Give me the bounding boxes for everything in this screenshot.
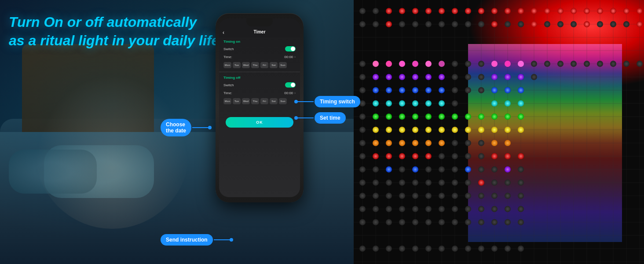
svg-point-189 [439, 153, 445, 159]
svg-point-241 [439, 206, 445, 212]
person-overlay [35, 75, 189, 229]
timing-off-days: Mon Tue Wed Thu Fri Sat Sun [219, 97, 300, 107]
svg-point-119 [465, 74, 471, 80]
svg-point-43 [373, 8, 379, 14]
svg-point-122 [373, 87, 379, 93]
send-instruction-line [214, 239, 231, 240]
headline-line2: as a ritual light in your daily life [9, 32, 219, 50]
timing-on-switch-row: Switch [219, 44, 300, 53]
svg-point-180 [359, 140, 366, 146]
back-button[interactable]: ‹ [223, 29, 224, 36]
svg-point-146 [373, 114, 379, 120]
svg-point-213 [412, 180, 418, 186]
svg-point-201 [425, 166, 432, 172]
day-off-mon[interactable]: Mon [223, 98, 231, 104]
svg-point-152 [452, 114, 458, 120]
svg-point-46 [412, 8, 418, 14]
day-off-fri[interactable]: Fri [260, 98, 268, 104]
day-mon[interactable]: Mon [223, 62, 231, 68]
svg-point-149 [412, 114, 418, 120]
day-tue[interactable]: Tue [233, 62, 241, 68]
svg-point-225 [399, 193, 405, 199]
svg-point-240 [425, 206, 432, 212]
svg-point-219 [491, 180, 498, 186]
svg-point-234 [518, 193, 524, 199]
svg-point-156 [505, 114, 511, 120]
svg-point-267 [439, 246, 445, 252]
svg-point-216 [452, 180, 458, 186]
svg-point-191 [505, 153, 511, 159]
svg-point-260 [518, 219, 524, 225]
timing-off-time-value[interactable]: 00:00 › [284, 91, 296, 95]
svg-point-115 [505, 74, 511, 80]
svg-point-98 [518, 61, 524, 67]
timing-on-time-value[interactable]: 00:00 › [284, 55, 296, 59]
svg-point-160 [386, 127, 392, 133]
svg-point-51 [478, 8, 484, 14]
svg-point-171 [359, 127, 366, 133]
day-sun[interactable]: Sun [279, 62, 287, 68]
svg-point-108 [373, 74, 379, 80]
svg-point-54 [518, 8, 524, 14]
svg-point-57 [557, 8, 564, 14]
svg-point-212 [399, 180, 405, 186]
svg-point-128 [491, 87, 498, 93]
ok-button[interactable]: OK [226, 117, 293, 128]
svg-point-106 [623, 61, 629, 67]
timing-off-time: 00:00 [284, 91, 293, 95]
day-wed[interactable]: Wed [242, 62, 250, 68]
svg-point-79 [557, 21, 564, 27]
svg-point-232 [491, 193, 498, 199]
svg-point-194 [452, 153, 458, 159]
svg-point-58 [571, 8, 577, 14]
svg-point-93 [452, 61, 458, 67]
svg-point-202 [439, 166, 445, 172]
svg-point-147 [386, 114, 392, 120]
timing-on-days: Mon Tue Wed Thu Fri Sat Sun [219, 61, 300, 71]
svg-point-48 [439, 8, 445, 14]
set-time-bubble: Set time [315, 112, 346, 124]
svg-point-87 [373, 61, 379, 67]
phone-notch [246, 18, 273, 26]
choose-date-line [192, 127, 209, 128]
svg-point-263 [386, 246, 392, 252]
timing-off-time-row: Time: 00:00 › [219, 89, 300, 97]
svg-point-82 [597, 21, 603, 27]
day-off-tue[interactable]: Tue [233, 98, 241, 104]
day-off-sat[interactable]: Sat [270, 98, 278, 104]
timing-on-switch-label: Switch [223, 47, 234, 51]
svg-point-70 [439, 21, 445, 27]
day-off-sun[interactable]: Sun [279, 98, 287, 104]
day-off-thu[interactable]: Thu [251, 98, 259, 104]
svg-point-224 [386, 193, 392, 199]
timing-on-time-row: Time: 00:00 › [219, 53, 300, 61]
svg-point-126 [425, 87, 432, 93]
led-dot-grid [354, 0, 644, 264]
svg-point-175 [412, 140, 418, 146]
svg-point-174 [399, 140, 405, 146]
svg-point-49 [452, 8, 458, 14]
svg-point-144 [359, 100, 366, 106]
svg-point-135 [373, 100, 379, 106]
timing-off-toggle[interactable] [285, 82, 296, 88]
svg-point-177 [439, 140, 445, 146]
timing-switch-dot [294, 100, 298, 103]
day-off-wed[interactable]: Wed [242, 98, 250, 104]
svg-point-274 [359, 246, 366, 252]
svg-point-166 [465, 127, 471, 133]
phone-screen: ‹ Timer Timing on Switch Time: 00:00 › M… [219, 18, 300, 197]
timing-switch-bubble: Timing switch [315, 96, 360, 107]
svg-point-245 [491, 206, 498, 212]
svg-point-221 [518, 180, 524, 186]
svg-point-230 [465, 193, 471, 199]
svg-point-168 [491, 127, 498, 133]
day-fri[interactable]: Fri [260, 62, 268, 68]
day-thu[interactable]: Thu [251, 62, 259, 68]
svg-point-74 [491, 21, 498, 27]
day-sat[interactable]: Sat [270, 62, 278, 68]
svg-point-254 [439, 219, 445, 225]
svg-point-184 [373, 153, 379, 159]
svg-point-164 [439, 127, 445, 133]
choose-date-bubble: Choosethe date [161, 119, 191, 136]
timing-on-toggle[interactable] [285, 46, 296, 51]
